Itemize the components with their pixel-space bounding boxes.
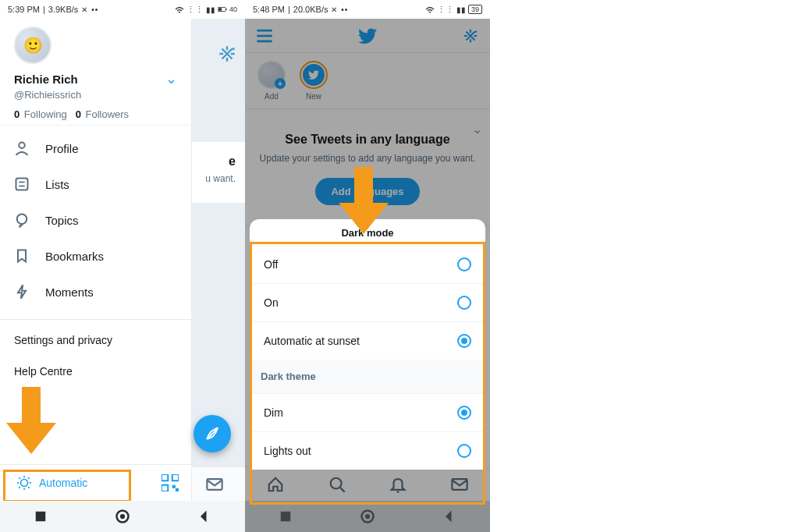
bulb-icon xyxy=(17,476,31,490)
bookmark-icon xyxy=(14,248,30,264)
status-net: 20.0KB/s xyxy=(293,5,328,14)
signal-icon: ▮▮ xyxy=(206,5,215,14)
qr-icon[interactable] xyxy=(162,474,179,491)
status-bar: 5:39 PM | 3.9KB/s ✕ •• ⋮⋮ ▮▮ 40 xyxy=(0,0,245,19)
option-dim[interactable]: Dim xyxy=(250,393,485,431)
nav-moments-label: Moments xyxy=(45,286,94,299)
peek-card-line1: e xyxy=(190,154,236,168)
timeline-screen: Add New ⌄ See Tweets in any language Upd… xyxy=(245,19,490,501)
nav-topics-label: Topics xyxy=(45,214,79,227)
radio-icon xyxy=(457,444,471,458)
radio-icon xyxy=(457,296,471,310)
nav-moments[interactable]: Moments xyxy=(0,274,191,310)
sheet-title: Dark mode xyxy=(250,219,485,245)
sparkle-icon[interactable] xyxy=(217,44,237,64)
follow-stats[interactable]: 0 Following 0 Followers xyxy=(14,108,177,120)
android-back-icon[interactable] xyxy=(197,509,212,524)
compose-fab[interactable] xyxy=(194,415,231,452)
profile-block[interactable]: 🙂 Richie Rich ⌄ @Richieissrich 0 Followi… xyxy=(0,19,191,126)
android-home-icon[interactable] xyxy=(115,509,130,524)
user-handle: @Richieissrich xyxy=(14,89,177,101)
theme-toggle-label: Automatic xyxy=(39,477,87,489)
theme-toggle-button[interactable]: Automatic xyxy=(12,473,92,493)
radio-selected-icon xyxy=(457,406,471,420)
drawer-footer: Automatic xyxy=(0,464,191,501)
phone-left: 5:39 PM | 3.9KB/s ✕ •• ⋮⋮ ▮▮ 40 e u want… xyxy=(0,0,245,532)
signal-icon: ▮▮ xyxy=(456,5,466,14)
peek-card: e u want. xyxy=(190,142,245,203)
navigation-drawer: 🙂 Richie Rich ⌄ @Richieissrich 0 Followi… xyxy=(0,19,192,501)
following-label: Following xyxy=(24,108,67,120)
wifi-icon xyxy=(175,5,184,14)
option-off-label: Off xyxy=(264,258,278,271)
status-net: 3.9KB/s xyxy=(48,5,79,14)
nav-lists[interactable]: Lists xyxy=(0,166,191,202)
wifi-icon xyxy=(425,5,435,14)
status-extra: ✕ •• xyxy=(331,5,348,14)
android-nav-bar xyxy=(245,501,490,532)
nav-bookmarks[interactable]: Bookmarks xyxy=(0,238,191,274)
dark-mode-sheet: Dark mode Off On Automatic at sunset Dar… xyxy=(250,219,485,470)
sheet-section-header: Dark theme xyxy=(250,360,485,393)
status-extra: ✕ •• xyxy=(81,5,98,14)
tab-mail-icon[interactable] xyxy=(206,476,223,493)
nav-lists-label: Lists xyxy=(45,178,69,191)
divider xyxy=(0,319,191,320)
option-auto-label: Automatic at sunset xyxy=(264,335,360,347)
option-on[interactable]: On xyxy=(250,283,485,321)
status-time: 5:39 PM xyxy=(8,5,40,14)
radio-selected-icon xyxy=(457,334,471,348)
option-on-label: On xyxy=(264,296,279,309)
battery-icon xyxy=(218,5,227,14)
android-nav-bar xyxy=(0,501,245,532)
nav-list: Profile Lists Topics Bookmarks Moments xyxy=(0,126,191,314)
profile-icon xyxy=(14,140,30,156)
nav-bookmarks-label: Bookmarks xyxy=(45,250,104,263)
nav-topics[interactable]: Topics xyxy=(0,202,191,238)
status-time: 5:48 PM xyxy=(253,5,285,14)
bt-icon: ⋮⋮ xyxy=(186,5,204,15)
followers-count: 0 xyxy=(76,108,81,120)
option-lightsout[interactable]: Lights out xyxy=(250,431,485,470)
option-off[interactable]: Off xyxy=(250,245,485,283)
radio-icon xyxy=(457,257,471,271)
list-icon xyxy=(14,176,30,192)
option-lightsout-label: Lights out xyxy=(264,445,311,457)
moments-icon xyxy=(14,284,30,300)
phone-right: 5:48 PM | 20.0KB/s ✕ •• ⋮⋮ ▮▮ 39 Add xyxy=(245,0,490,532)
battery-level: 40 xyxy=(229,5,237,13)
android-recent-icon[interactable] xyxy=(33,509,48,524)
avatar[interactable]: 🙂 xyxy=(14,27,51,64)
user-name: Richie Rich xyxy=(14,73,78,86)
battery-box: 39 xyxy=(468,5,482,14)
option-auto[interactable]: Automatic at sunset xyxy=(250,321,485,360)
nav-profile-label: Profile xyxy=(45,142,79,155)
option-dim-label: Dim xyxy=(264,406,283,419)
topics-icon xyxy=(14,212,30,228)
followers-label: Followers xyxy=(85,108,129,120)
peek-card-line2: u want. xyxy=(190,173,236,184)
bt-icon: ⋮⋮ xyxy=(437,5,454,15)
status-bar: 5:48 PM | 20.0KB/s ✕ •• ⋮⋮ ▮▮ 39 xyxy=(245,0,490,19)
nav-settings[interactable]: Settings and privacy xyxy=(0,325,191,356)
nav-profile[interactable]: Profile xyxy=(0,130,191,166)
chevron-down-icon[interactable]: ⌄ xyxy=(165,70,177,87)
nav-help[interactable]: Help Centre xyxy=(0,356,191,387)
following-count: 0 xyxy=(14,108,20,120)
